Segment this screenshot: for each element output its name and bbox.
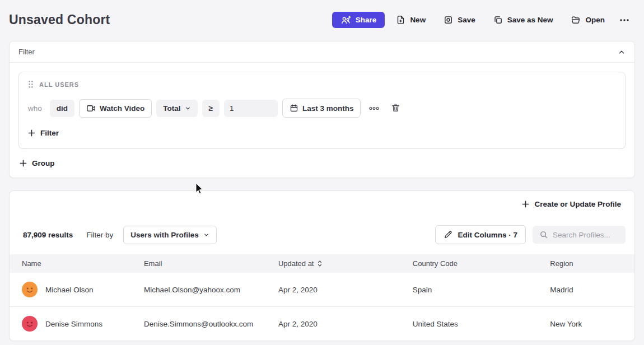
- cell-email: Michael.Olson@yahoox.com: [144, 273, 278, 307]
- cell-name: Denise Simmons: [10, 307, 144, 341]
- page-title: Unsaved Cohort: [9, 12, 110, 27]
- folder-open-icon: [571, 15, 581, 25]
- aggregation-dropdown-chip[interactable]: Total: [156, 100, 197, 117]
- condition-more-button[interactable]: [365, 103, 383, 114]
- save-as-new-button-label: Save as New: [507, 16, 553, 24]
- save-button-label: Save: [458, 16, 475, 24]
- cell-region: Madrid: [550, 273, 634, 307]
- event-chip-label: Watch Video: [100, 104, 144, 113]
- cell-updated-at: Apr 2, 2020: [278, 273, 413, 307]
- cell-region: New York: [550, 307, 634, 341]
- sort-icon[interactable]: [317, 260, 323, 267]
- edit-columns-button[interactable]: Edit Columns · 7: [435, 225, 526, 244]
- cell-country-code: Spain: [413, 273, 550, 307]
- header-actions: Share New Save: [332, 11, 633, 29]
- cell-updated-at: Apr 2, 2020: [278, 307, 413, 341]
- results-card: Create or Update Profile 87,909 results …: [9, 190, 635, 341]
- chevron-up-icon[interactable]: [618, 48, 626, 56]
- filter-panel-header[interactable]: Filter: [10, 41, 634, 63]
- did-selector-chip[interactable]: did: [50, 100, 74, 117]
- save-as-new-button[interactable]: Save as New: [487, 11, 560, 29]
- aggregation-chip-label: Total: [163, 104, 180, 113]
- date-range-chip[interactable]: Last 3 months: [282, 99, 361, 118]
- plus-icon: [20, 160, 27, 167]
- new-button[interactable]: New: [389, 11, 432, 29]
- search-icon: [539, 230, 548, 239]
- operator-chip-label: ≥: [209, 104, 213, 113]
- event-selector-chip[interactable]: Watch Video: [79, 99, 152, 118]
- chevron-down-icon: [185, 105, 191, 111]
- more-dots-icon: [619, 18, 629, 22]
- table-header-row: Name Email Updated at: [10, 254, 634, 273]
- cohort-group-box: ALL USERS who did Watch Video: [18, 72, 626, 149]
- create-profile-label: Create or Update Profile: [534, 200, 621, 208]
- add-filter-button[interactable]: Filter: [28, 129, 59, 137]
- column-header-updated-at[interactable]: Updated at: [278, 254, 413, 273]
- profiles-filter-dropdown[interactable]: Users with Profiles: [123, 226, 217, 244]
- share-button-label: Share: [356, 16, 377, 24]
- cell-name: Michael Olson: [10, 273, 144, 307]
- results-toolbar: 87,909 results Filter by Users with Prof…: [10, 215, 634, 254]
- profiles-filter-label: Users with Profiles: [130, 231, 199, 239]
- create-or-update-profile-button[interactable]: Create or Update Profile: [522, 200, 621, 208]
- did-chip-label: did: [57, 104, 68, 113]
- table-row[interactable]: Denise Simmons Denise.Simmons@outlookx.c…: [10, 307, 634, 341]
- save-button[interactable]: Save: [437, 11, 482, 29]
- avatar: [22, 282, 38, 297]
- who-label: who: [28, 104, 42, 113]
- date-range-chip-label: Last 3 months: [302, 104, 354, 113]
- delete-condition-button[interactable]: [388, 100, 404, 116]
- avatar: [22, 316, 38, 332]
- add-group-label: Group: [32, 159, 55, 167]
- edit-columns-label: Edit Columns · 7: [458, 231, 517, 239]
- top-bar: Unsaved Cohort Share: [0, 0, 644, 29]
- results-count: 87,909 results: [23, 231, 73, 239]
- more-options-button[interactable]: [616, 15, 633, 26]
- search-profiles-box[interactable]: [533, 226, 626, 244]
- share-users-icon: [340, 16, 351, 24]
- copy-icon: [493, 15, 503, 25]
- calendar-icon: [290, 104, 298, 113]
- add-group-button[interactable]: Group: [20, 159, 55, 167]
- filter-panel-body: ALL USERS who did Watch Video: [10, 63, 634, 178]
- group-users-label: ALL USERS: [39, 81, 79, 88]
- plus-icon: [28, 129, 35, 137]
- share-button[interactable]: Share: [332, 12, 385, 28]
- plus-icon: [522, 201, 529, 208]
- video-event-icon: [86, 104, 96, 113]
- open-button[interactable]: Open: [564, 11, 612, 29]
- save-icon: [444, 15, 453, 25]
- filter-by-label: Filter by: [86, 231, 113, 239]
- filter-condition-row: who did Watch Video Total: [28, 99, 616, 118]
- drag-handle-icon[interactable]: [28, 80, 34, 88]
- filter-panel-title: Filter: [18, 48, 35, 56]
- filter-card: Filter ALL USERS who: [9, 41, 635, 178]
- new-file-icon: [396, 15, 405, 25]
- cell-country-code: United States: [413, 307, 550, 341]
- pencil-icon: [444, 230, 452, 239]
- new-button-label: New: [410, 16, 426, 24]
- chevron-down-icon: [203, 232, 209, 238]
- open-button-label: Open: [585, 16, 605, 24]
- threshold-value-input[interactable]: [224, 100, 278, 117]
- column-header-region[interactable]: Region: [550, 254, 634, 273]
- column-header-email[interactable]: Email: [144, 254, 278, 273]
- table-row[interactable]: Michael Olson Michael.Olson@yahoox.com A…: [10, 273, 634, 307]
- operator-chip[interactable]: ≥: [202, 100, 220, 117]
- column-header-country-code[interactable]: Country Code: [413, 254, 550, 273]
- cell-email: Denise.Simmons@outlookx.com: [144, 307, 278, 341]
- add-filter-label: Filter: [40, 129, 59, 137]
- profiles-table: Name Email Updated at: [10, 254, 634, 341]
- search-profiles-input[interactable]: [553, 231, 619, 239]
- column-header-name[interactable]: Name: [10, 254, 144, 273]
